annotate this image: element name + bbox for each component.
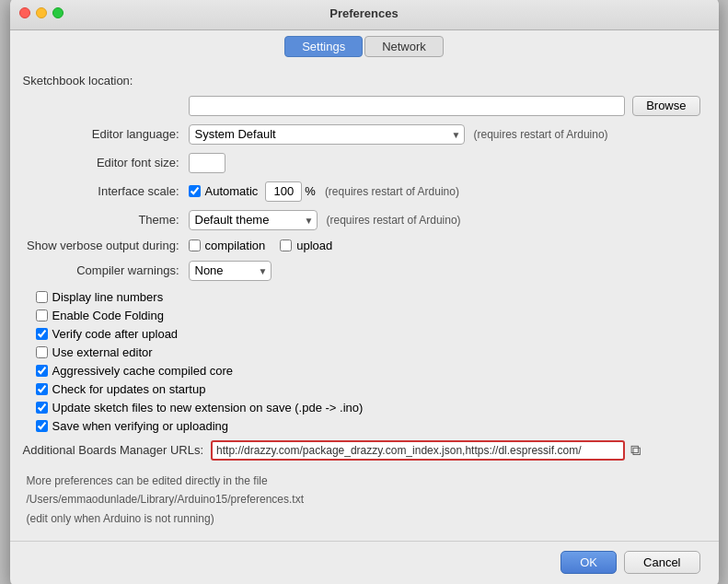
sketchbook-path-input[interactable]: [189, 96, 626, 116]
preferences-window: Preferences Settings Network Sketchbook …: [10, 0, 719, 584]
theme-label: Theme:: [23, 213, 189, 227]
maximize-button[interactable]: [52, 7, 64, 18]
verify-code-checkbox[interactable]: [36, 328, 48, 340]
verbose-compilation-label[interactable]: compilation: [189, 239, 266, 252]
use-external-editor-label[interactable]: Use external editor: [36, 345, 153, 359]
close-button[interactable]: [19, 7, 30, 18]
theme-select-wrapper: Default theme ▼: [189, 210, 318, 230]
verbose-compilation-text: compilation: [205, 239, 266, 252]
enable-code-folding-row: Enable Code Folding: [36, 309, 700, 322]
verbose-compilation-checkbox[interactable]: [189, 239, 201, 251]
use-external-editor-checkbox[interactable]: [36, 346, 48, 358]
use-external-editor-text: Use external editor: [52, 345, 153, 359]
compiler-warnings-select[interactable]: None: [189, 261, 272, 281]
file-info-line2: /Users/emmaodunlade/Library/Arduino15/pr…: [27, 490, 700, 508]
sketchbook-row: Sketchbook location:: [23, 74, 700, 88]
verify-code-text: Verify code after upload: [52, 327, 179, 341]
browse-button[interactable]: Browse: [632, 96, 699, 116]
check-updates-checkbox[interactable]: [36, 383, 48, 395]
check-updates-text: Check for updates on startup: [52, 382, 206, 396]
save-verifying-checkbox[interactable]: [36, 420, 48, 432]
additional-boards-label: Additional Boards Manager URLs:: [23, 443, 204, 457]
footer: OK Cancel: [10, 541, 719, 584]
scale-value-input[interactable]: [265, 181, 302, 202]
file-info-line1: More preferences can be edited directly …: [27, 472, 700, 490]
additional-boards-row: Additional Boards Manager URLs: ⧉: [23, 440, 700, 461]
update-sketch-checkbox[interactable]: [36, 402, 48, 414]
tab-bar: Settings Network: [10, 30, 719, 61]
traffic-lights: [19, 7, 64, 18]
display-line-numbers-checkbox[interactable]: [36, 291, 48, 303]
theme-note: (requires restart of Arduino): [327, 214, 461, 227]
verbose-section: compilation upload: [189, 239, 333, 252]
verbose-upload-label[interactable]: upload: [280, 239, 332, 252]
display-line-numbers-label[interactable]: Display line numbers: [36, 290, 164, 304]
settings-content: Sketchbook location: Browse Editor langu…: [10, 61, 719, 541]
automatic-scale-checkbox[interactable]: [189, 185, 201, 197]
interface-scale-note: (requires restart of Arduino): [325, 185, 459, 198]
title-bar: Preferences: [10, 0, 719, 30]
automatic-scale-text: Automatic: [205, 184, 259, 198]
editor-language-row: Editor language: System Default ▼ (requi…: [23, 124, 700, 145]
compiler-warnings-label: Compiler warnings:: [23, 263, 189, 277]
aggressively-cache-checkbox[interactable]: [36, 365, 48, 377]
editor-font-input[interactable]: 12: [189, 153, 225, 173]
enable-code-folding-text: Enable Code Folding: [52, 309, 164, 322]
editor-language-label: Editor language:: [23, 127, 189, 141]
enable-code-folding-checkbox[interactable]: [36, 310, 48, 321]
editor-font-label: Editor font size:: [23, 156, 189, 169]
update-sketch-label[interactable]: Update sketch files to new extension on …: [36, 401, 364, 415]
checkboxes-section: Display line numbers Enable Code Folding…: [36, 290, 700, 433]
aggressively-cache-label[interactable]: Aggressively cache compiled core: [36, 364, 234, 378]
verify-code-row: Verify code after upload: [36, 327, 700, 341]
update-sketch-text: Update sketch files to new extension on …: [52, 401, 364, 415]
scale-percent: %: [305, 184, 316, 198]
display-line-numbers-row: Display line numbers: [36, 290, 700, 304]
verbose-upload-text: upload: [296, 239, 332, 252]
update-sketch-row: Update sketch files to new extension on …: [36, 401, 700, 415]
minimize-button[interactable]: [36, 7, 47, 18]
save-verifying-label[interactable]: Save when verifying or uploading: [36, 419, 229, 433]
additional-boards-url-input[interactable]: [211, 440, 625, 461]
interface-scale-row: Interface scale: Automatic % (requires r…: [23, 181, 700, 202]
editor-language-select-wrapper: System Default ▼: [189, 124, 465, 145]
use-external-editor-row: Use external editor: [36, 345, 700, 359]
save-verifying-row: Save when verifying or uploading: [36, 419, 700, 433]
editor-language-note: (requires restart of Arduino): [474, 128, 608, 141]
check-updates-label[interactable]: Check for updates on startup: [36, 382, 206, 396]
verbose-label: Show verbose output during:: [23, 239, 189, 252]
enable-code-folding-label[interactable]: Enable Code Folding: [36, 309, 164, 322]
cancel-button[interactable]: Cancel: [624, 551, 699, 574]
aggressively-cache-row: Aggressively cache compiled core: [36, 364, 700, 378]
theme-select[interactable]: Default theme: [189, 210, 318, 230]
automatic-scale-label[interactable]: Automatic: [189, 184, 259, 198]
file-info-line3: (edit only when Arduino is not running): [27, 509, 700, 528]
check-updates-row: Check for updates on startup: [36, 382, 700, 396]
ok-button[interactable]: OK: [560, 551, 617, 574]
editor-language-select[interactable]: System Default: [189, 124, 465, 145]
compiler-warnings-select-wrapper: None ▼: [189, 261, 272, 281]
verify-code-label[interactable]: Verify code after upload: [36, 327, 179, 341]
verbose-upload-checkbox[interactable]: [280, 239, 292, 251]
sketchbook-label: Sketchbook location:: [23, 74, 133, 88]
aggressively-cache-text: Aggressively cache compiled core: [52, 364, 234, 378]
theme-row: Theme: Default theme ▼ (requires restart…: [23, 210, 700, 230]
compiler-warnings-row: Compiler warnings: None ▼: [23, 261, 700, 281]
tab-settings[interactable]: Settings: [284, 36, 363, 57]
interface-scale-label: Interface scale:: [23, 184, 189, 198]
editor-font-row: Editor font size: 12: [23, 153, 700, 173]
file-info: More preferences can be edited directly …: [27, 472, 700, 528]
verbose-row: Show verbose output during: compilation …: [23, 239, 700, 252]
window-title: Preferences: [329, 6, 398, 20]
tab-network[interactable]: Network: [364, 36, 444, 57]
save-verifying-text: Save when verifying or uploading: [52, 419, 229, 433]
display-line-numbers-text: Display line numbers: [52, 290, 164, 304]
open-url-icon[interactable]: ⧉: [630, 442, 641, 459]
sketchbook-inner: Browse: [189, 96, 700, 116]
